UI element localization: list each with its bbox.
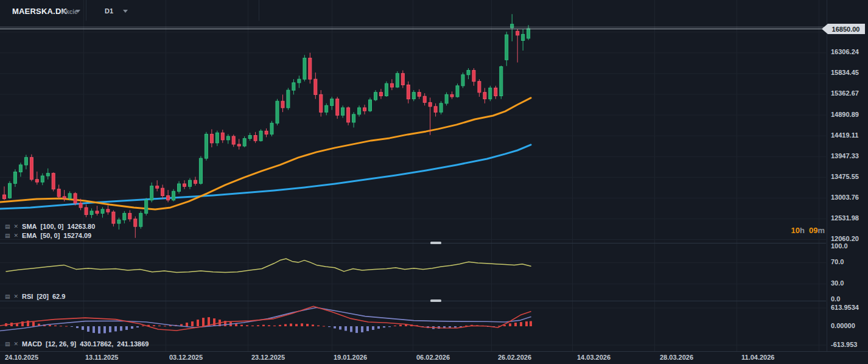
header-divider xyxy=(86,0,86,21)
indicator-params: [12, 26, 9] xyxy=(46,340,76,348)
countdown-minutes: 09 xyxy=(809,226,817,235)
price-tick-label: 15834.45 xyxy=(831,69,859,77)
price-tick-label: 15362.67 xyxy=(831,89,859,97)
price-tick-label: 13475.55 xyxy=(831,173,859,181)
price-tick-label: 14890.89 xyxy=(831,111,859,119)
price-axis[interactable]: 16778.0216306.2415834.4515362.6714890.89… xyxy=(827,0,868,351)
symbol-name[interactable]: MAERSKA.DK xyxy=(12,7,67,16)
price-tick-label: 12531.98 xyxy=(831,214,859,222)
indicator-params: [20] xyxy=(37,293,49,300)
date-tick-label: 13.11.2025 xyxy=(85,354,118,361)
indicator-settings-icon[interactable]: ▤ xyxy=(5,294,10,299)
timeframe-selector[interactable]: D1 xyxy=(105,7,113,15)
chart-header: MAERSKA.DK Akcie D1 xyxy=(0,0,826,21)
indicator-name: SMA xyxy=(22,223,37,230)
current-price-tag: 16850.00 xyxy=(822,24,865,34)
countdown-minutes-unit: m xyxy=(817,226,825,235)
macd-tick-label: 0.00000 xyxy=(831,322,855,330)
date-tick-label: 23.12.2025 xyxy=(251,354,285,361)
countdown-hours-unit: h xyxy=(800,226,805,235)
price-tick-label: 13947.33 xyxy=(831,152,859,160)
indicator-value: 430.17862, 241.13869 xyxy=(80,340,149,348)
trading-chart-window: 16778.0216306.2415834.4515362.6714890.89… xyxy=(0,0,868,364)
indicator-remove-icon[interactable]: ✕ xyxy=(14,294,19,299)
date-tick-label: 11.04.2026 xyxy=(741,354,774,361)
date-tick-label: 06.02.2026 xyxy=(416,354,450,361)
indicator-settings-icon[interactable]: ▤ xyxy=(5,341,10,347)
symbol-dropdown-caret-icon[interactable] xyxy=(75,10,80,13)
pane-resize-handle[interactable] xyxy=(430,242,441,244)
macd-tick-label: -613.953 xyxy=(831,341,857,349)
indicator-params: [100, 0] xyxy=(41,223,64,230)
indicator-name: MACD xyxy=(22,340,42,348)
price-tick-label: 14419.11 xyxy=(831,131,858,139)
candle-countdown: 10h09m xyxy=(703,226,825,235)
rsi-tick-label: 70.0 xyxy=(831,258,844,266)
indicator-legend-rsi: ▤ ✕ RSI [20] 62.9 xyxy=(5,292,65,301)
indicator-legend-macd: ▤ ✕ MACD [12, 26, 9] 430.17862, 241.1386… xyxy=(5,340,149,348)
indicator-settings-icon[interactable]: ▤ xyxy=(5,224,10,229)
rsi-tick-label: 30.0 xyxy=(831,279,844,287)
current-price-value: 16850.00 xyxy=(832,26,860,33)
indicator-legend-sma: ▤ ✕ SMA [100, 0] 14263.80 xyxy=(5,222,95,231)
macd-tick-label: 613.9534 xyxy=(831,304,859,312)
date-tick-label: 19.01.2026 xyxy=(334,354,367,361)
timeframe-dropdown-caret-icon[interactable] xyxy=(123,10,128,13)
date-tick-label: 28.03.2026 xyxy=(660,354,693,361)
indicator-remove-icon[interactable]: ✕ xyxy=(14,341,19,347)
date-tick-label: 26.02.2026 xyxy=(498,354,531,361)
indicator-settings-icon[interactable]: ▤ xyxy=(5,233,10,239)
rsi-tick-label: 0.0 xyxy=(831,295,840,303)
header-divider xyxy=(259,0,259,21)
rsi-tick-label: 100.0 xyxy=(831,242,848,250)
pane-resize-handle[interactable] xyxy=(430,299,441,302)
countdown-hours: 10 xyxy=(791,226,800,235)
indicator-remove-icon[interactable]: ✕ xyxy=(14,224,19,229)
date-tick-label: 14.03.2026 xyxy=(577,354,611,361)
indicator-params: [50, 0] xyxy=(41,232,60,239)
chart-canvas[interactable] xyxy=(0,0,827,351)
indicator-remove-icon[interactable]: ✕ xyxy=(14,233,19,239)
indicator-legend-ema: ▤ ✕ EMA [50, 0] 15274.09 xyxy=(5,231,91,240)
date-tick-label: 24.10.2025 xyxy=(5,354,38,361)
indicator-value: 14263.80 xyxy=(67,223,95,230)
indicator-name: EMA xyxy=(22,232,37,239)
date-tick-label: 03.12.2025 xyxy=(169,354,203,361)
indicator-value: 62.9 xyxy=(52,293,65,300)
indicator-value: 15274.09 xyxy=(63,232,91,239)
price-tick-label: 13003.76 xyxy=(831,194,859,201)
indicator-name: RSI xyxy=(22,293,33,300)
price-tick-label: 16306.24 xyxy=(831,48,859,56)
time-axis[interactable]: 24.10.202513.11.202503.12.202523.12.2025… xyxy=(0,351,868,364)
